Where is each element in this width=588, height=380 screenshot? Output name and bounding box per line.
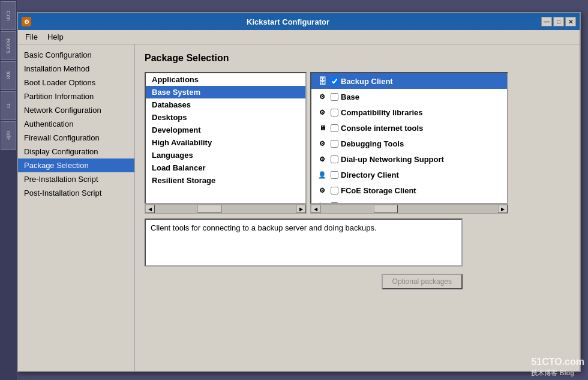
package-label: Dial-up Networking Support [341,155,444,164]
sidebar-item-firewall-config[interactable]: Firewall Configuration [18,131,134,145]
menu-bar: File Help [18,30,580,44]
main-panel: Package Selection Applications Base Syst… [135,44,580,371]
restore-button[interactable]: □ [553,17,564,26]
sidebar-item-package-selection[interactable]: Package Selection [18,158,134,172]
list-item-right[interactable]: ⚙ Debugging Tools [311,136,507,151]
minimize-button[interactable]: — [541,17,552,26]
sidebar-item-basic-config[interactable]: Basic Configuration [18,48,134,62]
taskbar-tos[interactable]: toS [1,61,16,90]
list-item-right[interactable]: 🗄 Backup Client [311,73,507,89]
left-list-wrapper: Applications Base System Databases Deskt… [145,72,307,214]
list-item-right[interactable]: 👤 Directory Client [311,167,507,182]
list-item[interactable]: Resilient Storage [146,174,305,187]
right-hscroll-left-arrow[interactable]: ◀ [311,205,320,213]
package-checkbox-compat[interactable] [331,109,338,116]
list-item[interactable]: Load Balancer [146,161,305,174]
list-item-right[interactable]: ⚙ Base [311,89,507,104]
list-item[interactable]: Base System [146,86,305,98]
package-checkbox-debug[interactable] [331,140,338,148]
gear-icon: ⚙ [316,137,328,149]
categories-list[interactable]: Applications Base System Databases Deskt… [145,72,307,204]
package-checkbox-fcoe[interactable] [331,187,338,195]
right-hscroll-thumb[interactable] [374,205,398,213]
title-bar: ⚙ Kickstart Configurator — □ ✕ [18,13,580,30]
sidebar: Basic Configuration Installation Method … [18,44,135,371]
window-title: Kickstart Configurator [35,17,541,26]
package-checkbox-dir[interactable] [331,171,338,179]
list-item[interactable]: Development [146,124,305,136]
package-checkbox-console[interactable] [331,124,338,132]
right-list-wrapper: 🗄 Backup Client ⚙ Base ⚙ Compati [310,72,508,214]
list-item-right[interactable]: 🔧 Hardware monitoring utilitie [311,198,507,204]
sidebar-item-boot-loader[interactable]: Boot Loader Options [18,76,134,89]
right-hscroll-track [320,205,498,213]
window-controls: — □ ✕ [541,17,576,26]
content-area: Basic Configuration Installation Method … [18,44,580,371]
list-item[interactable]: Desktops [146,111,305,124]
taskbar-con[interactable]: Con [1,1,16,30]
main-window: ⚙ Kickstart Configurator — □ ✕ File Help… [17,12,581,372]
package-checkbox-base[interactable] [331,93,338,101]
menu-help[interactable]: Help [43,31,68,43]
left-hscrollbar[interactable]: ◀ ▶ [145,204,307,214]
package-label: Base [341,92,359,101]
list-item[interactable]: Databases [146,98,305,111]
panel-title: Package Selection [145,53,570,64]
sidebar-item-partition-info[interactable]: Partition Information [18,89,134,103]
sidebar-item-install-method[interactable]: Installation Method [18,62,134,76]
menu-file[interactable]: File [20,31,43,43]
watermark: 51CTO.com 技术博客 Blog [531,357,584,378]
lists-container: Applications Base System Databases Deskt… [145,72,570,214]
left-hscroll-right-arrow[interactable]: ▶ [296,205,306,213]
left-hscroll-thumb[interactable] [197,205,221,213]
right-hscroll-right-arrow[interactable]: ▶ [498,205,508,213]
package-label: Compatibility libraries [341,108,423,117]
right-hscrollbar[interactable]: ◀ ▶ [310,204,508,214]
sidebar-item-authentication[interactable]: Authentication [18,117,134,131]
list-item[interactable]: Languages [146,149,305,161]
left-hscroll-left-arrow[interactable]: ◀ [145,205,155,213]
package-label: Directory Client [341,170,399,179]
taskbar-boots[interactable]: Boot's [1,31,16,60]
tools-icon: 🔧 [316,200,328,204]
packages-list[interactable]: 🗄 Backup Client ⚙ Base ⚙ Compati [310,72,508,204]
taskbar-nde[interactable]: nde [1,121,16,150]
gear-icon: ⚙ [316,106,328,118]
package-label: Debugging Tools [341,139,404,148]
sidebar-item-pre-install[interactable]: Pre-Installation Script [18,172,134,186]
left-hscroll-track [155,205,296,213]
list-item-right[interactable]: 🖥 Console internet tools [311,120,507,136]
sidebar-item-network-config[interactable]: Network Configuration [18,103,134,117]
close-button[interactable]: ✕ [565,17,576,26]
monitor-icon: 🖥 [316,122,328,134]
list-item-right[interactable]: ⚙ Compatibility libraries [311,104,507,120]
package-checkbox-dialup[interactable] [331,155,338,163]
package-checkbox-backup[interactable] [331,77,338,85]
gear-icon: ⚙ [316,91,328,103]
sidebar-item-display-config[interactable]: Display Configuration [18,145,134,158]
description-box: Client tools for connecting to a backup … [145,219,463,267]
package-label: Console internet tools [341,124,423,133]
list-item-right[interactable]: ⚙ Dial-up Networking Support [311,151,507,167]
user-icon: 👤 [316,169,328,181]
list-item[interactable]: High Availability [146,136,305,149]
left-taskbar: Con Boot's toS Tr nde [0,0,17,380]
package-label: Backup Client [341,77,393,86]
list-item[interactable]: Applications [146,73,305,86]
taskbar-tr[interactable]: Tr [1,91,16,120]
backup-icon: 🗄 [316,75,328,87]
gear-icon: ⚙ [316,153,328,165]
sidebar-item-post-install[interactable]: Post-Installation Script [18,186,134,200]
storage-icon: ⚙ [316,184,328,196]
list-item-right[interactable]: ⚙ FCoE Storage Client [311,182,507,198]
package-label: FCoE Storage Client [341,186,416,195]
optional-packages-button[interactable]: Optional packages [382,274,463,289]
app-icon: ⚙ [22,17,31,26]
